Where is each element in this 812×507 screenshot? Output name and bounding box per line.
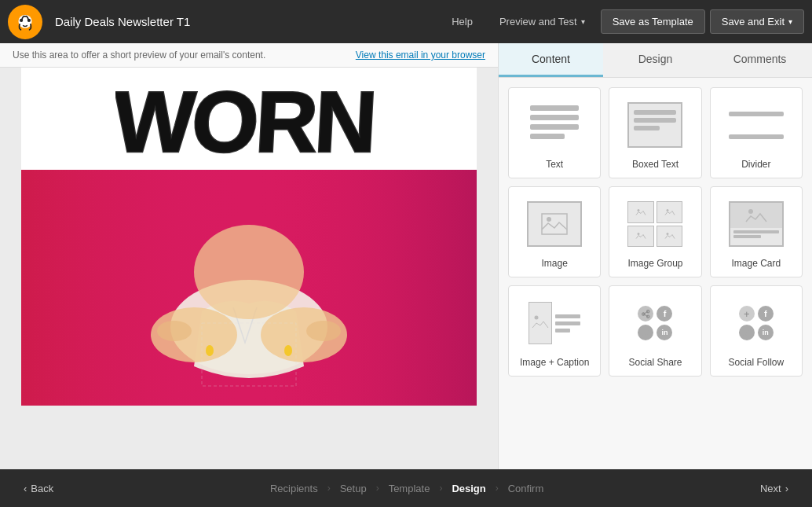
block-social-share[interactable]: f in Social (609, 285, 701, 377)
svg-point-9 (157, 321, 192, 341)
breadcrumb-sep-4: › (496, 483, 499, 494)
block-boxed-text[interactable]: Boxed Text (609, 87, 701, 178)
block-social-share-icon: f in (624, 296, 686, 351)
block-social-follow-label: Social Follow (728, 357, 784, 368)
back-button[interactable]: ‹ Back (16, 478, 61, 499)
save-exit-button[interactable]: Save and Exit ▾ (710, 9, 804, 34)
brand-logo (8, 5, 42, 39)
top-nav-actions: Help Preview and Test ▾ Save as Template… (441, 9, 804, 34)
main-area: Use this area to offer a short preview o… (0, 43, 812, 469)
email-logo-section: WORN (21, 68, 477, 170)
block-image-caption[interactable]: Image + Caption (508, 285, 601, 377)
svg-point-12 (206, 345, 214, 356)
block-image-icon (523, 197, 586, 252)
view-in-browser-link[interactable]: View this email in your browser (356, 50, 485, 61)
top-navigation: Daily Deals Newsletter T1 Help Preview a… (0, 0, 812, 43)
save-template-button[interactable]: Save as Template (601, 9, 705, 34)
email-hero-image (21, 170, 477, 406)
breadcrumb-setup[interactable]: Setup (334, 479, 373, 498)
right-panel: Content Design Comments (498, 43, 812, 469)
right-panel-tabs: Content Design Comments (499, 43, 812, 78)
block-image-card-label: Image Card (731, 258, 781, 269)
svg-point-20 (638, 233, 640, 235)
svg-point-18 (638, 209, 640, 211)
breadcrumb-sep-3: › (439, 483, 442, 494)
breadcrumb-confirm[interactable]: Confirm (502, 479, 550, 498)
chevron-down-icon: ▾ (581, 17, 585, 26)
bottom-left: ‹ Back (16, 478, 61, 499)
preview-bar: Use this area to offer a short preview o… (0, 43, 498, 68)
chevron-left-icon: ‹ (24, 483, 27, 494)
email-preview-panel: Use this area to offer a short preview o… (0, 43, 498, 469)
block-image-group[interactable]: Image Group (609, 186, 701, 277)
breadcrumb-template[interactable]: Template (382, 479, 437, 498)
block-image-caption-icon (523, 296, 586, 351)
svg-rect-23 (532, 313, 548, 333)
block-social-follow[interactable]: + f in (710, 285, 803, 377)
svg-point-2 (20, 18, 23, 21)
block-boxed-text-icon (624, 97, 686, 152)
block-text-label: Text (546, 159, 563, 170)
breadcrumb-design[interactable]: Design (445, 479, 492, 498)
tab-comments[interactable]: Comments (708, 43, 812, 77)
email-canvas[interactable]: WORN (0, 68, 498, 469)
block-image-label: Image (541, 258, 567, 269)
breadcrumb-navigation: Recipients › Setup › Template › Design ›… (264, 479, 550, 498)
svg-point-17 (547, 217, 551, 222)
svg-point-19 (666, 209, 668, 211)
bottom-navigation-bar: ‹ Back Recipients › Setup › Template › D… (0, 469, 812, 507)
svg-point-22 (748, 209, 753, 214)
document-title: Daily Deals Newsletter T1 (55, 15, 441, 28)
svg-point-24 (535, 316, 539, 320)
svg-point-15 (194, 225, 304, 319)
help-button[interactable]: Help (441, 10, 484, 33)
breadcrumb-sep-1: › (327, 483, 331, 494)
email-content: WORN (21, 68, 477, 406)
bottom-right: Next › (752, 478, 796, 499)
block-divider-icon (725, 97, 788, 152)
blocks-grid: Text Boxed Text (508, 87, 803, 377)
block-image[interactable]: Image (508, 186, 601, 277)
breadcrumb-sep-2: › (376, 483, 379, 494)
next-button[interactable]: Next › (752, 478, 796, 499)
svg-point-26 (642, 312, 645, 314)
block-image-card-icon (725, 197, 788, 252)
block-boxed-text-label: Boxed Text (632, 159, 678, 170)
svg-text:WORN: WORN (115, 75, 376, 162)
block-image-group-icon (624, 197, 686, 252)
block-social-follow-icon: + f in (725, 296, 788, 351)
chevron-down-icon: ▾ (788, 17, 792, 26)
fashion-photo (21, 170, 477, 406)
svg-rect-16 (542, 214, 567, 234)
tab-content[interactable]: Content (499, 43, 603, 77)
block-divider-label: Divider (741, 159, 770, 170)
content-blocks-area: Text Boxed Text (499, 78, 812, 469)
svg-point-11 (306, 321, 341, 341)
preview-test-button[interactable]: Preview and Test ▾ (488, 10, 596, 33)
worn-logo-svg: WORN (115, 75, 382, 162)
breadcrumb-recipients[interactable]: Recipients (264, 479, 324, 498)
chevron-right-icon: › (785, 483, 788, 494)
block-image-caption-label: Image + Caption (520, 357, 589, 368)
svg-point-3 (27, 18, 31, 21)
svg-point-13 (284, 345, 292, 356)
block-social-share-label: Social Share (628, 357, 682, 368)
block-divider[interactable]: Divider (710, 87, 803, 178)
svg-point-21 (666, 233, 668, 235)
block-text-icon (523, 97, 586, 152)
block-image-group-label: Image Group (627, 258, 682, 269)
tab-design[interactable]: Design (603, 43, 708, 77)
block-text[interactable]: Text (508, 87, 601, 178)
block-image-card[interactable]: Image Card (710, 186, 803, 277)
preview-hint: Use this area to offer a short preview o… (13, 50, 265, 61)
